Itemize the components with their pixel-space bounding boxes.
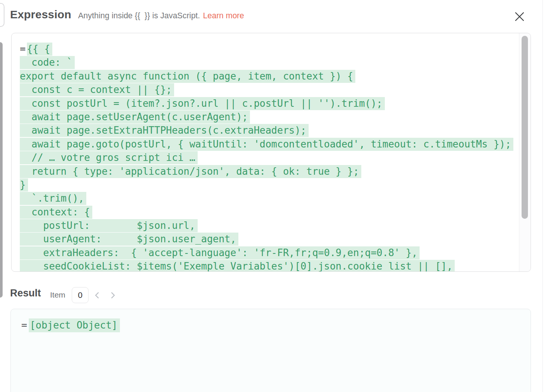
code-line: code: `: [20, 56, 519, 69]
page-scrollbar-thumb[interactable]: [0, 42, 3, 298]
code-line: await page.setExtraHTTPHeaders(c.extraHe…: [20, 124, 519, 137]
code-line: return { type: 'application/json', data:…: [20, 165, 519, 178]
editor-scrollbar: [519, 33, 531, 271]
code-line: // … votre gros script ici …: [20, 151, 519, 164]
expression-hint-text: Anything inside {{ }} is JavaScript.: [78, 11, 200, 20]
code-line: userAgent: $json.user_agent,: [20, 232, 519, 246]
code-line: }: [20, 178, 519, 192]
code-line: await page.goto(postUrl, { waitUntil: 'd…: [20, 137, 519, 151]
page-title: Expression: [10, 8, 71, 21]
modal-right-edge: [543, 0, 543, 392]
result-equals-prefix: =: [21, 320, 27, 331]
code-line: context: {: [20, 205, 519, 219]
expression-editor-input[interactable]: ={{ { code: ` export default async funct…: [12, 33, 519, 271]
code-line: extraHeaders: { 'accept-language': 'fr-F…: [20, 246, 519, 259]
code-line: `.trim(),: [20, 192, 519, 205]
prev-item-button[interactable]: [93, 291, 102, 300]
code-line: export default async function ({ page, i…: [20, 69, 519, 83]
expression-editor-panel: ={{ { code: ` export default async funct…: [11, 33, 531, 272]
learn-more-link[interactable]: Learn more: [203, 11, 244, 20]
chevron-right-icon: [109, 292, 116, 299]
chevron-left-icon: [94, 292, 101, 299]
result-output: =[object Object]: [10, 309, 531, 392]
background-panel-edge: [0, 3, 4, 27]
code-line: ={{ {: [20, 42, 519, 56]
close-icon: [514, 12, 525, 22]
item-label: Item: [50, 290, 65, 299]
item-index-input[interactable]: 0: [72, 287, 89, 303]
close-button[interactable]: [513, 10, 526, 23]
code-line: seedCookieList: $items('Exemple Variable…: [20, 259, 519, 271]
code-line: postUrl: $json.url,: [20, 219, 519, 232]
result-title: Result: [10, 287, 41, 299]
result-value-line: =[object Object]: [21, 320, 120, 331]
editor-scrollbar-thumb[interactable]: [522, 36, 528, 219]
next-item-button[interactable]: [108, 291, 117, 300]
code-line: const c = context || {};: [20, 83, 519, 96]
code-line: await page.setUserAgent(c.userAgent);: [20, 110, 519, 124]
result-value: [object Object]: [29, 318, 120, 332]
code-line: const postUrl = (item?.json?.url || c.po…: [20, 97, 519, 110]
expression-equals-prefix: =: [20, 43, 26, 55]
expression-hint: Anything inside {{ }} is JavaScript.Lear…: [78, 11, 244, 21]
